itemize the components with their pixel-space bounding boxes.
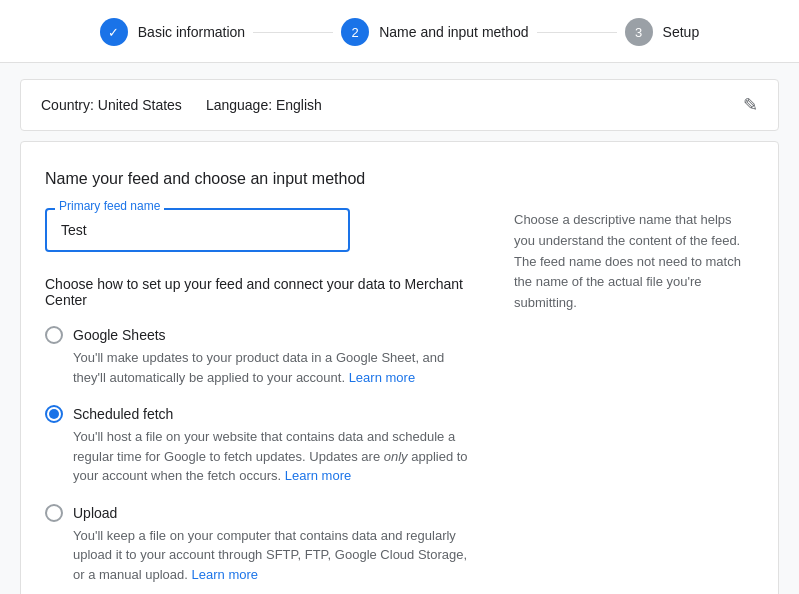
learn-more-scheduled-fetch[interactable]: Learn more — [285, 468, 351, 483]
step-1-circle: ✓ — [100, 18, 128, 46]
radio-desc-scheduled-fetch: You'll host a file on your website that … — [73, 427, 474, 486]
step-2: 2 Name and input method — [341, 18, 528, 46]
learn-more-google-sheets[interactable]: Learn more — [349, 370, 415, 385]
learn-more-upload[interactable]: Learn more — [192, 567, 258, 582]
country-info: Country: United States — [41, 97, 182, 113]
main-card: Name your feed and choose an input metho… — [20, 141, 779, 594]
country-value: United States — [98, 97, 182, 113]
step-1: ✓ Basic information — [100, 18, 245, 46]
radio-title-google-sheets: Google Sheets — [73, 327, 166, 343]
radio-row-scheduled-fetch[interactable]: Scheduled fetch — [45, 405, 474, 423]
section-title: Name your feed and choose an input metho… — [45, 170, 474, 188]
feed-name-input[interactable] — [45, 208, 350, 252]
option-google-sheets: Google Sheets You'll make updates to you… — [45, 326, 474, 387]
edit-icon[interactable]: ✎ — [743, 94, 758, 116]
step-1-label: Basic information — [138, 24, 245, 40]
language-value: English — [276, 97, 322, 113]
step-3-circle: 3 — [625, 18, 653, 46]
card-right: Choose a descriptive name that helps you… — [514, 170, 754, 594]
radio-row-google-sheets[interactable]: Google Sheets — [45, 326, 474, 344]
radio-scheduled-fetch[interactable] — [45, 405, 63, 423]
stepper: ✓ Basic information 2 Name and input met… — [0, 0, 799, 63]
option-scheduled-fetch: Scheduled fetch You'll host a file on yo… — [45, 405, 474, 486]
radio-row-upload[interactable]: Upload — [45, 504, 474, 522]
step-connector-1 — [253, 32, 333, 33]
radio-desc-google-sheets: You'll make updates to your product data… — [73, 348, 474, 387]
radio-title-upload: Upload — [73, 505, 117, 521]
radio-google-sheets[interactable] — [45, 326, 63, 344]
step-2-label: Name and input method — [379, 24, 528, 40]
feed-name-input-wrapper: Primary feed name — [45, 208, 350, 252]
info-bar-left: Country: United States Language: English — [41, 97, 322, 113]
info-bar: Country: United States Language: English… — [20, 79, 779, 131]
card-layout: Name your feed and choose an input metho… — [45, 170, 754, 594]
step-2-circle: 2 — [341, 18, 369, 46]
card-left: Name your feed and choose an input metho… — [45, 170, 474, 594]
step-3-label: Setup — [663, 24, 700, 40]
radio-desc-upload: You'll keep a file on your computer that… — [73, 526, 474, 585]
language-info: Language: English — [206, 97, 322, 113]
step-connector-2 — [537, 32, 617, 33]
choose-method-label: Choose how to set up your feed and conne… — [45, 276, 474, 308]
option-upload: Upload You'll keep a file on your comput… — [45, 504, 474, 585]
side-help-text: Choose a descriptive name that helps you… — [514, 212, 741, 310]
radio-title-scheduled-fetch: Scheduled fetch — [73, 406, 173, 422]
step-3: 3 Setup — [625, 18, 700, 46]
radio-upload[interactable] — [45, 504, 63, 522]
